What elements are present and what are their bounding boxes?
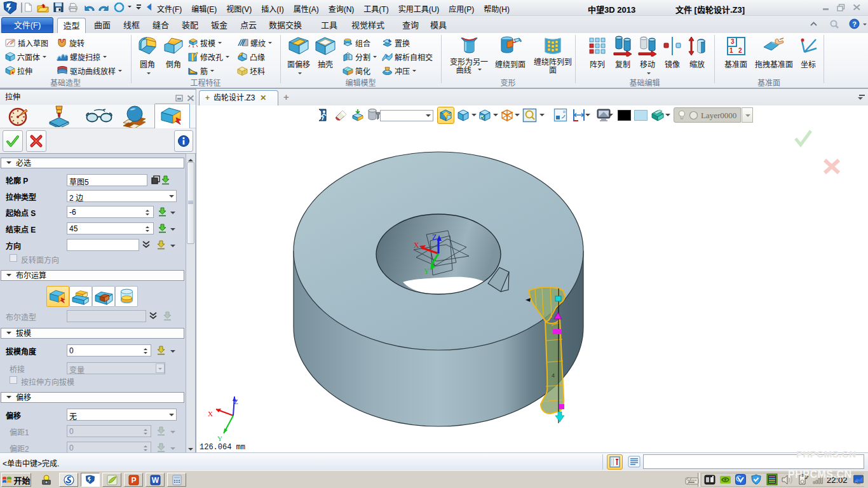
svg-text:1: 1 (729, 47, 733, 54)
svg-text:X: X (208, 410, 213, 417)
svg-text:4: 4 (552, 372, 555, 379)
svg-text:P: P (131, 476, 136, 485)
svg-text:Z: Z (234, 398, 238, 405)
svg-text:W: W (151, 476, 159, 485)
svg-text:3: 3 (731, 38, 735, 45)
svg-text:Y: Y (217, 435, 222, 442)
svg-text:2: 2 (738, 47, 742, 54)
svg-text:Z: Z (432, 233, 437, 241)
svg-text:?: ? (852, 20, 857, 28)
svg-text:126.064 mm: 126.064 mm (200, 443, 245, 452)
svg-text:X: X (414, 241, 419, 250)
svg-text:Y: Y (424, 267, 430, 276)
